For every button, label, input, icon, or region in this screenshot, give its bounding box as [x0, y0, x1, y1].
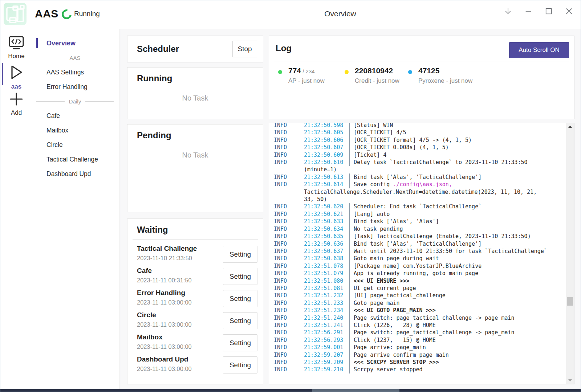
- play-icon: [8, 64, 25, 81]
- log-line: INFO21:32:50.607[OCR_TICKET 0.008s] (4, …: [274, 144, 566, 151]
- log-line: INFO21:32:50.633Bind task ['Alas', 'Alas…: [274, 218, 566, 225]
- task-next-run-time: 2023-11-10 21:33:50: [137, 255, 192, 262]
- task-name: Dashboard Upd: [137, 355, 188, 363]
- stat-value: 774: [288, 66, 301, 75]
- log-scrollbar[interactable]: [566, 123, 574, 384]
- close-button[interactable]: [565, 7, 573, 15]
- rail-item-aas[interactable]: aas: [0, 64, 33, 90]
- running-title: Running: [137, 73, 263, 83]
- log-line: TacticalChallenge.Scheduler.NextRun=date…: [274, 188, 566, 196]
- log-line: INFO21:32:59.207Page arrive confirm page…: [274, 351, 566, 359]
- log-line: INFO21:32:51.079App is already running, …: [274, 270, 566, 277]
- sidebar-item-dashboard-upd[interactable]: Dashboard Upd: [33, 167, 119, 181]
- sidebar-item-tactical-challenge[interactable]: Tactical Challenge: [33, 152, 119, 167]
- stat-dot: [278, 70, 282, 74]
- stop-button[interactable]: Stop: [232, 41, 257, 57]
- waiting-task-tactical-challenge: Tactical Challenge2023-11-10 21:33:50Set…: [127, 243, 263, 265]
- waiting-task-dashboard-upd: Dashboard Upd2023-11-11 03:00:00Setting: [127, 354, 263, 376]
- icon-rail: Home aas Add: [0, 29, 33, 389]
- log-line: INFO21:32:51.232[UI] page_tactical_chall…: [274, 292, 566, 299]
- waiting-card: Waiting Tactical Challenge2023-11-10 21:…: [127, 219, 263, 384]
- task-next-run-time: 2023-11-11 03:00:00: [137, 366, 192, 372]
- task-setting-button[interactable]: Setting: [223, 268, 257, 285]
- log-line: INFO21:32:51.080<<< UI ENSURE >>>: [274, 277, 566, 285]
- code-monitor-icon: [8, 35, 25, 50]
- pending-card: Pending No Task: [127, 124, 263, 212]
- waiting-task-error-handling: Error Handling2023-11-11 03:00:00Setting: [127, 287, 263, 310]
- sidebar-item-circle[interactable]: Circle: [33, 138, 119, 152]
- log-line: INFO21:32:50.598[Status] WIN: [274, 123, 566, 129]
- rail-item-home[interactable]: Home: [0, 35, 33, 60]
- pending-title: Pending: [137, 130, 263, 140]
- waiting-task-cafe: Cafe2023-11-11 00:31:50Setting: [127, 265, 263, 287]
- sidebar-item-error-handling[interactable]: Error Handling: [33, 79, 119, 94]
- running-spinner-icon: [60, 8, 74, 21]
- log-line: INFO21:32:59.001Page arrive: page_main: [274, 344, 566, 351]
- log-line: INFO21:32:50.614Save config ./config\aas…: [274, 181, 566, 188]
- running-card: Running No Task: [127, 67, 263, 119]
- log-card: Log Auto Scroll ON 774 / 234AP - just no…: [269, 36, 574, 119]
- log-line: INFO21:32:51.234<<< UI GOTO PAGE_MAIN >>…: [274, 307, 566, 314]
- task-next-run-time: 2023-11-11 03:00:00: [137, 299, 192, 306]
- log-line: INFO21:32:50.609[Ticket] 4: [274, 151, 566, 159]
- divider: [133, 145, 258, 145]
- waiting-title: Waiting: [137, 225, 263, 235]
- sidebar-item-cafe[interactable]: Cafe: [33, 109, 119, 123]
- status-text: Running: [74, 0, 100, 28]
- log-line: INFO21:32:50.606[OCR_TICKET format] 4/5 …: [274, 136, 566, 144]
- divider: [133, 239, 258, 240]
- log-line: INFO21:32:50.610Delay task `TacticalChal…: [274, 159, 566, 166]
- side-nav: OverviewAASAAS SettingsError HandlingDai…: [33, 29, 120, 389]
- task-name: Cafe: [137, 267, 152, 275]
- nav-section-divider-daily: Daily: [33, 94, 119, 109]
- task-name: Tactical Challenge: [137, 245, 197, 253]
- sidebar-item-overview[interactable]: Overview: [33, 36, 119, 50]
- task-name: Error Handling: [137, 289, 185, 297]
- sidebar-item-mailbox[interactable]: Mailbox: [33, 123, 119, 138]
- log-line: INFO21:32:56.291Page switch: page_tactic…: [274, 329, 566, 336]
- stat-dot: [345, 70, 349, 74]
- minimize-button[interactable]: [524, 7, 532, 15]
- task-setting-button[interactable]: Setting: [223, 356, 257, 373]
- titlebar: AAS Running Overview: [0, 0, 581, 28]
- scrollbar-down-arrow[interactable]: [566, 377, 574, 384]
- stat-suffix: / 234: [301, 68, 315, 74]
- log-line: INFO21:32:59.210Scrcpy server stopped: [274, 366, 566, 373]
- log-line: INFO21:32:59.209<<< SCRCPY SERVER STOP >…: [274, 359, 566, 366]
- maximize-button[interactable]: [545, 7, 553, 15]
- download-button[interactable]: [504, 7, 512, 15]
- log-line: INFO21:32:50.621[Lang] auto: [274, 211, 566, 218]
- task-setting-button[interactable]: Setting: [223, 290, 257, 307]
- log-title: Log: [276, 43, 292, 53]
- task-setting-button[interactable]: Setting: [223, 246, 257, 263]
- app-name: AAS: [35, 0, 58, 28]
- divider: [133, 88, 258, 88]
- stat-label: Credit - just now: [355, 77, 399, 85]
- log-line: INFO21:32:51.081UI get current page: [274, 285, 566, 292]
- log-line: INFO21:32:51.240Page switch: page_tactic…: [274, 314, 566, 322]
- stat-dot: [408, 70, 412, 74]
- task-setting-button[interactable]: Setting: [223, 334, 257, 351]
- sidebar-item-aas-settings[interactable]: AAS Settings: [33, 65, 119, 79]
- log-lines: INFO21:32:50.598[Status] WININFO21:32:50…: [274, 123, 566, 373]
- rail-item-add[interactable]: Add: [0, 91, 33, 117]
- scrollbar-thumb[interactable]: [567, 297, 573, 306]
- stat-value: 47125: [418, 66, 439, 75]
- running-empty-text: No Task: [127, 94, 263, 102]
- task-setting-button[interactable]: Setting: [223, 312, 257, 329]
- divider: [274, 61, 569, 61]
- auto-scroll-button[interactable]: Auto Scroll ON: [509, 42, 569, 58]
- scrollbar-up-arrow[interactable]: [566, 123, 574, 130]
- log-line: INFO21:32:51.241Click (1226, 28) @ HOME: [274, 322, 566, 329]
- log-console: INFO21:32:50.598[Status] WININFO21:32:50…: [269, 123, 574, 384]
- log-line: INFO21:32:50.635[Task] TacticalChallenge…: [274, 233, 566, 240]
- task-next-run-time: 2023-11-11 00:31:50: [137, 277, 192, 284]
- log-line: INFO21:32:56.293Click (1237, 15) @ HOME: [274, 336, 566, 344]
- log-line: INFO21:32:50.637Wait until 2023-11-10 21…: [274, 248, 566, 255]
- stat-label: Pyroxene - just now: [418, 77, 472, 85]
- log-line: INFO21:32:50.634No task pending: [274, 225, 566, 233]
- task-name: Circle: [137, 311, 156, 319]
- window-controls: [504, 0, 573, 23]
- task-next-run-time: 2023-11-11 03:00:00: [137, 321, 192, 328]
- task-next-run-time: 2023-11-11 03:00:00: [137, 343, 192, 350]
